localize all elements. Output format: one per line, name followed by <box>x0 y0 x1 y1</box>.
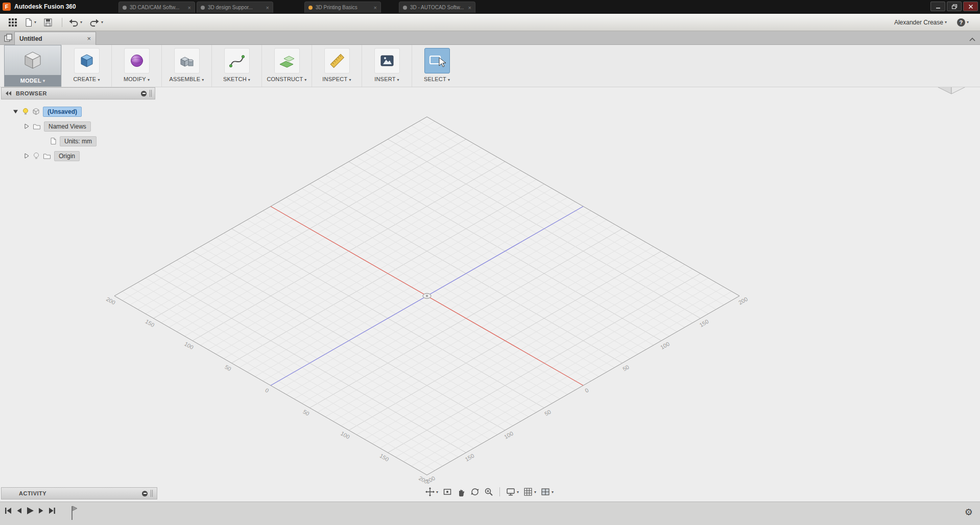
ribbon-group-sketch[interactable]: SKETCH▾ <box>211 45 261 87</box>
group-label: SELECT <box>424 76 446 82</box>
save-button[interactable] <box>41 16 55 29</box>
collapsed-arrow-icon[interactable] <box>23 153 30 159</box>
redo-button[interactable]: ▾ <box>87 17 105 28</box>
play-button[interactable] <box>26 507 34 515</box>
user-menu[interactable]: Alexander Crease ▾ <box>892 17 949 28</box>
minimize-button[interactable] <box>930 2 945 11</box>
dropdown-caret-icon: ▾ <box>349 78 351 82</box>
timeline-bar: ⚙ <box>0 502 980 525</box>
workspace-switcher[interactable]: MODEL ▾ <box>4 45 61 87</box>
free-orbit-button[interactable] <box>469 486 481 498</box>
activity-circle-icon[interactable] <box>142 491 148 496</box>
mouse-cursor <box>439 58 446 67</box>
display-settings-button[interactable]: ▾ <box>505 486 520 498</box>
apps-grid-button[interactable] <box>6 16 19 29</box>
expanded-arrow-icon[interactable] <box>12 108 19 115</box>
model-cube-icon <box>21 49 44 71</box>
ribbon-group-create[interactable]: CREATE▾ <box>61 45 111 87</box>
grid-icon <box>523 487 533 496</box>
browser-item-units[interactable]: Units: mm <box>1 134 155 148</box>
panel-resize-grip[interactable] <box>151 490 153 497</box>
maximize-button[interactable] <box>947 2 962 11</box>
step-forward-button[interactable] <box>38 507 44 514</box>
activity-bar[interactable]: ACTIVITY <box>1 487 157 499</box>
ribbon-group-assemble[interactable]: ASSEMBLE▾ <box>161 45 211 87</box>
ribbon-group-insert[interactable]: INSERT▾ <box>362 45 412 87</box>
step-back-button[interactable] <box>16 507 22 514</box>
browser-item-label[interactable]: Units: mm <box>60 136 97 146</box>
collapse-toolbar-button[interactable] <box>969 35 976 44</box>
zoom-button[interactable] <box>483 486 495 498</box>
bulb-off-icon[interactable] <box>33 152 40 160</box>
ribbon-group-modify[interactable]: MODIFY▾ <box>111 45 161 87</box>
workspace-label: MODEL <box>20 78 41 84</box>
toolbar-separator <box>499 487 500 496</box>
tab-close-icon[interactable]: × <box>468 5 471 11</box>
user-name: Alexander Crease <box>894 19 943 26</box>
browser-tab-2[interactable]: 3D design Suppor... × <box>197 2 273 13</box>
group-label: INSPECT <box>322 76 347 82</box>
document-tab-bar: Untitled × <box>0 31 980 45</box>
svg-text:50: 50 <box>224 364 232 372</box>
redo-icon <box>89 18 100 27</box>
bulb-icon[interactable] <box>22 108 29 115</box>
skip-to-end-button[interactable] <box>48 507 56 514</box>
svg-text:200: 200 <box>737 296 749 306</box>
pan-button[interactable] <box>455 486 467 498</box>
apps-grid-icon <box>8 18 17 27</box>
browser-header[interactable]: BROWSER <box>1 87 155 99</box>
ribbon-group-select[interactable]: SELECT▾ <box>412 45 462 87</box>
svg-text:0: 0 <box>264 387 270 393</box>
insert-icon <box>379 53 395 69</box>
group-label: ASSEMBLE <box>169 76 200 82</box>
grid-snaps-button[interactable]: ▾ <box>522 486 538 498</box>
tab-close-icon[interactable]: × <box>266 5 269 11</box>
browser-item-origin[interactable]: Origin <box>1 148 155 163</box>
help-menu[interactable]: ? ▾ <box>955 17 971 28</box>
orbit-button[interactable]: ▾ <box>424 486 440 498</box>
timeline-position-marker[interactable] <box>69 505 79 524</box>
document-tab-untitled[interactable]: Untitled × <box>14 32 96 45</box>
dropdown-caret-icon: ▾ <box>967 20 969 24</box>
undo-button[interactable]: ▾ <box>66 17 84 28</box>
look-at-button[interactable] <box>441 486 453 498</box>
dropdown-caret-icon: ▾ <box>304 78 306 82</box>
skip-to-start-button[interactable] <box>4 507 12 514</box>
browser-item-label[interactable]: Origin <box>54 151 80 161</box>
viewports-button[interactable]: ▾ <box>539 486 555 498</box>
display-settings-circle-icon[interactable] <box>141 91 147 96</box>
orbit-circle-icon <box>470 487 480 496</box>
browser-root-label[interactable]: (Unsaved) <box>43 107 82 117</box>
collapsed-arrow-icon[interactable] <box>23 123 30 130</box>
panel-resize-grip[interactable] <box>150 90 152 97</box>
svg-text:0: 0 <box>584 387 589 393</box>
file-menu-button[interactable]: ▾ <box>22 16 38 29</box>
tab-close-icon[interactable]: × <box>374 5 377 11</box>
browser-item-label[interactable]: Named Views <box>44 121 91 132</box>
tab-close-icon[interactable]: × <box>188 5 191 11</box>
browser-item-root[interactable]: (Unsaved) <box>1 104 155 119</box>
ribbon-group-inspect[interactable]: INSPECT▾ <box>312 45 362 87</box>
browser-tab-4[interactable]: 3D - AUTOCAD Softw... × <box>399 2 475 13</box>
document-tab-close-icon[interactable]: × <box>87 35 91 42</box>
fusion-app: 2002001501501001005050005050100100150150… <box>0 0 980 525</box>
dropdown-caret-icon: ▾ <box>148 78 150 82</box>
select-icon <box>428 53 446 69</box>
browser-tab-3[interactable]: 3D Printing Basics × <box>304 2 381 13</box>
tab-favicon <box>123 6 127 10</box>
close-button[interactable] <box>963 2 978 11</box>
browser-tab-1[interactable]: 3D CAD/CAM Softw... × <box>118 2 195 13</box>
dropdown-caret-icon: ▾ <box>101 20 103 24</box>
svg-text:150: 150 <box>699 318 710 329</box>
quick-access-toolbar: ▾ ▾ ▾ Alexander Crease ▾ ? <box>0 14 980 31</box>
browser-item-named-views[interactable]: Named Views <box>1 119 155 134</box>
timeline-settings-gear-icon[interactable]: ⚙ <box>965 508 973 517</box>
svg-text:50: 50 <box>543 409 552 417</box>
data-panel-toggle-button[interactable] <box>4 34 13 44</box>
collapse-panel-icon[interactable] <box>5 90 13 96</box>
ribbon-group-construct[interactable]: CONSTRUCT▾ <box>261 45 312 87</box>
save-icon <box>43 18 53 27</box>
folder-icon <box>33 123 41 130</box>
tab-label: 3D - AUTOCAD Softw... <box>410 5 465 10</box>
group-label: CREATE <box>73 76 96 82</box>
